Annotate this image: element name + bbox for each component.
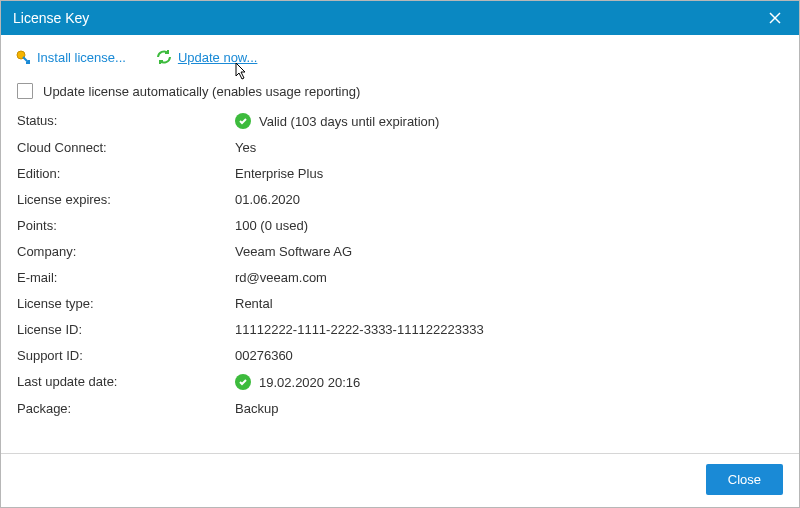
license-key-dialog: License Key Install license... — [0, 0, 800, 508]
auto-update-row: Update license automatically (enables us… — [17, 83, 783, 99]
cloud-connect-value: Yes — [235, 140, 783, 155]
close-icon[interactable] — [763, 6, 787, 30]
package-value: Backup — [235, 401, 783, 416]
points-label: Points: — [17, 218, 227, 233]
status-text: Valid (103 days until expiration) — [259, 114, 439, 129]
update-now-link[interactable]: Update now... — [156, 49, 258, 65]
dialog-title: License Key — [13, 1, 89, 35]
status-value: Valid (103 days until expiration) — [235, 113, 783, 129]
expires-value: 01.06.2020 — [235, 192, 783, 207]
email-value: rd@veeam.com — [235, 270, 783, 285]
company-label: Company: — [17, 244, 227, 259]
toolbar: Install license... Update now... — [1, 35, 799, 73]
details-grid: Status: Valid (103 days until expiration… — [17, 113, 783, 416]
footer: Close — [1, 453, 799, 507]
last-update-value: 19.02.2020 20:16 — [235, 374, 783, 390]
cloud-connect-label: Cloud Connect: — [17, 140, 227, 155]
company-value: Veeam Software AG — [235, 244, 783, 259]
refresh-icon — [156, 49, 172, 65]
license-type-value: Rental — [235, 296, 783, 311]
close-button[interactable]: Close — [706, 464, 783, 495]
edition-value: Enterprise Plus — [235, 166, 783, 181]
license-id-label: License ID: — [17, 322, 227, 337]
install-license-icon — [15, 49, 31, 65]
support-id-value: 00276360 — [235, 348, 783, 363]
auto-update-checkbox[interactable] — [17, 83, 33, 99]
update-now-label: Update now... — [178, 50, 258, 65]
package-label: Package: — [17, 401, 227, 416]
install-license-link[interactable]: Install license... — [15, 49, 126, 65]
edition-label: Edition: — [17, 166, 227, 181]
content-area: Update license automatically (enables us… — [1, 73, 799, 453]
check-ok-icon — [235, 374, 251, 390]
expires-label: License expires: — [17, 192, 227, 207]
install-license-label: Install license... — [37, 50, 126, 65]
support-id-label: Support ID: — [17, 348, 227, 363]
status-label: Status: — [17, 113, 227, 129]
license-id-value: 11112222-1111-2222-3333-111122223333 — [235, 322, 783, 337]
last-update-label: Last update date: — [17, 374, 227, 390]
titlebar: License Key — [1, 1, 799, 35]
email-label: E-mail: — [17, 270, 227, 285]
points-value: 100 (0 used) — [235, 218, 783, 233]
auto-update-label: Update license automatically (enables us… — [43, 84, 360, 99]
check-ok-icon — [235, 113, 251, 129]
last-update-text: 19.02.2020 20:16 — [259, 375, 360, 390]
license-type-label: License type: — [17, 296, 227, 311]
